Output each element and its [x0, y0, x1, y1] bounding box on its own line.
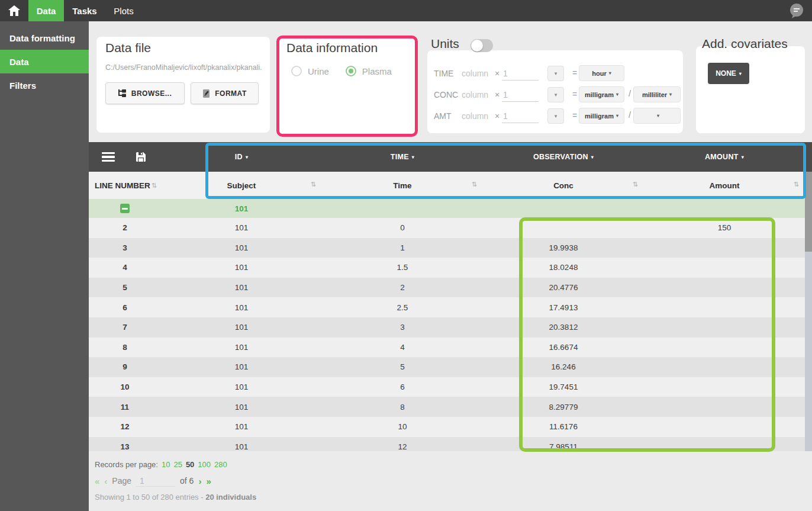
table-scrollbar[interactable]	[805, 172, 812, 451]
table-row[interactable]: 13101127.98511	[89, 437, 805, 451]
cell-subject: 101	[161, 417, 322, 437]
column-type-amount[interactable]: AMOUNT ▾	[644, 142, 805, 172]
cell-conc: 11.6176	[483, 417, 644, 437]
sort-icon[interactable]: ⇅	[311, 181, 316, 188]
page-number-input[interactable]	[136, 475, 175, 487]
cell-line: 8	[89, 338, 161, 358]
tab-plots[interactable]: Plots	[110, 0, 137, 21]
page-size-50[interactable]: 50	[186, 460, 194, 469]
data-file-panel: Data file C:/Users/FranoMihaljevic/lixof…	[96, 37, 270, 133]
units-row-conc: CONC column × ▾ = milligram ▾ / millilit…	[427, 86, 683, 103]
pagination: « ‹ Page of 6 › »	[95, 475, 211, 487]
amt-multiplier-dropdown[interactable]: ▾	[547, 108, 564, 124]
showing-summary: Showing 1 to 50 of 280 entries - 20 indi…	[95, 493, 256, 502]
browse-button[interactable]: BROWSE...	[105, 82, 185, 104]
radio-option-plasma[interactable]: Plasma	[346, 66, 392, 76]
caret-down-icon: ▾	[412, 155, 414, 160]
sort-icon[interactable]: ⇅	[633, 181, 638, 188]
cell-time: 6	[322, 377, 483, 397]
page-label: Page	[112, 476, 131, 486]
page-size-280[interactable]: 280	[214, 460, 227, 469]
conc-denominator-dropdown[interactable]: milliliter ▾	[633, 86, 681, 102]
table-row[interactable]: 7101320.3812	[89, 317, 805, 338]
table-menu-icon[interactable]	[102, 152, 115, 162]
column-header-time[interactable]: Time ⇅	[322, 172, 483, 199]
cell-line: 3	[89, 238, 161, 258]
column-header-conc[interactable]: Conc ⇅	[483, 172, 644, 199]
sidebar-item-data-formatting[interactable]: Data formatting	[0, 26, 89, 50]
column-header-subject[interactable]: Subject ⇅	[161, 172, 322, 199]
feedback-button[interactable]	[788, 2, 805, 19]
unit-row-label: CONC	[434, 90, 458, 99]
table-row[interactable]: 1110188.29779	[89, 397, 805, 417]
table-row[interactable]: 10101619.7451	[89, 377, 805, 397]
scrollbar-thumb[interactable]	[805, 172, 812, 252]
save-icon[interactable]	[136, 152, 146, 162]
browse-button-label: BROWSE...	[131, 89, 172, 98]
sort-icon[interactable]: ⇅	[794, 181, 799, 188]
conc-unit-dropdown[interactable]: milligram ▾	[579, 86, 624, 102]
cell-line: 11	[89, 397, 161, 417]
add-covariates-title: Add. covariates	[702, 37, 788, 51]
radio-option-urine[interactable]: Urine	[291, 66, 329, 76]
column-type-id[interactable]: ID ▾	[161, 142, 322, 172]
page-size-25[interactable]: 25	[173, 460, 182, 469]
page-size-10[interactable]: 10	[162, 460, 170, 469]
group-row-101[interactable]: 101	[89, 199, 805, 218]
sidebar-item-data[interactable]: Data	[0, 50, 89, 73]
cell-conc: 20.3812	[483, 317, 644, 338]
cell-time: 8	[322, 397, 483, 417]
divide-sign: /	[629, 88, 631, 98]
covariates-none-dropdown[interactable]: NONE ▾	[708, 63, 749, 84]
format-button-label: FORMAT	[215, 89, 246, 98]
amt-denominator-dropdown[interactable]: ▾	[633, 108, 681, 124]
table-row[interactable]: 8101416.6674	[89, 338, 805, 358]
table-row[interactable]: 41011.518.0248	[89, 258, 805, 278]
cell-time: 1.5	[322, 258, 483, 278]
tab-data[interactable]: Data	[28, 0, 64, 21]
table-row[interactable]: 61012.517.4913	[89, 297, 805, 317]
column-header-amount[interactable]: Amount ⇅	[644, 172, 805, 199]
tab-tasks[interactable]: Tasks	[70, 0, 99, 21]
table-row[interactable]: 5101220.4776	[89, 278, 805, 298]
caret-down-icon: ▾	[669, 92, 672, 97]
records-per-page: Records per page: 10 25 50 100 280	[95, 460, 227, 469]
cell-line: 5	[89, 278, 161, 298]
table-row[interactable]: 9101516.246	[89, 357, 805, 377]
cell-time: 2.5	[322, 297, 483, 317]
prev-page-button[interactable]: ‹	[104, 476, 107, 486]
amt-unit-dropdown[interactable]: milligram ▾	[579, 108, 624, 124]
conc-multiplier-input[interactable]	[502, 88, 539, 102]
collapse-minus-icon[interactable]	[120, 204, 130, 213]
column-type-time[interactable]: TIME ▾	[322, 142, 483, 172]
cell-amount	[644, 238, 805, 258]
column-type-label: AMOUNT	[705, 153, 739, 161]
column-type-observation[interactable]: OBSERVATION ▾	[483, 142, 644, 172]
sidebar-item-filters[interactable]: Filters	[0, 73, 89, 97]
conc-multiplier-dropdown[interactable]: ▾	[547, 87, 564, 102]
sort-icon[interactable]: ⇅	[472, 181, 477, 188]
time-multiplier-input[interactable]	[502, 66, 539, 81]
amt-multiplier-input[interactable]	[502, 109, 539, 123]
time-multiplier-dropdown[interactable]: ▾	[547, 66, 564, 81]
next-page-button[interactable]: ›	[198, 476, 201, 486]
table-row[interactable]: 21010150	[89, 218, 805, 238]
cell-subject: 101	[161, 258, 322, 278]
format-button[interactable]: FORMAT	[191, 82, 259, 104]
table-row[interactable]: 121011011.6176	[89, 417, 805, 437]
column-header-line-number[interactable]: LINE NUMBER ⇅	[95, 172, 157, 199]
cell-time: 0	[322, 218, 483, 238]
sort-icon[interactable]: ⇅	[152, 182, 157, 189]
chat-bubble-icon	[788, 2, 805, 19]
home-button[interactable]	[6, 4, 22, 18]
cell-amount	[644, 397, 805, 417]
page-size-100[interactable]: 100	[198, 460, 211, 469]
caret-down-icon: ▾	[246, 155, 248, 160]
last-page-button[interactable]: »	[206, 476, 211, 486]
plasma-radio[interactable]	[346, 66, 356, 76]
urine-radio[interactable]	[291, 66, 302, 76]
table-row[interactable]: 3101119.9938	[89, 238, 805, 258]
time-unit-dropdown[interactable]: hour ▾	[579, 65, 624, 81]
units-toggle[interactable]	[471, 39, 493, 52]
first-page-button[interactable]: «	[95, 476, 99, 486]
